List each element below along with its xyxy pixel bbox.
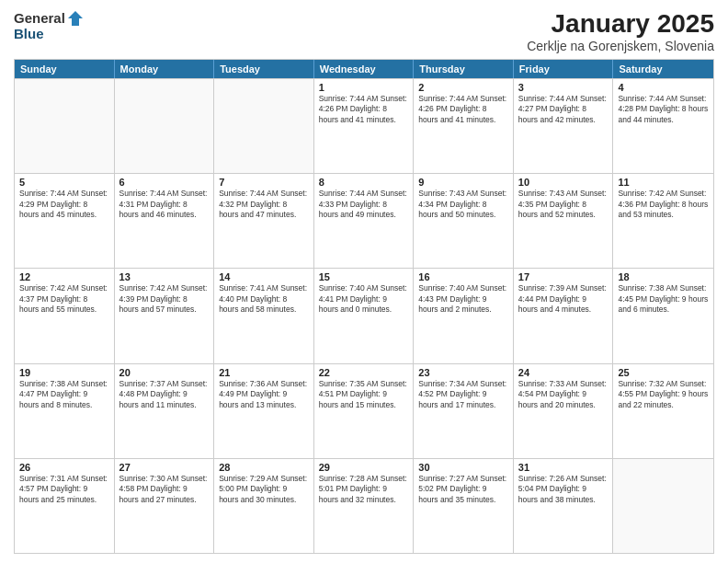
calendar-day-18: 18Sunrise: 7:38 AM Sunset: 4:45 PM Dayli… xyxy=(613,269,713,362)
day-info: Sunrise: 7:29 AM Sunset: 5:00 PM Dayligh… xyxy=(219,474,309,505)
day-number: 4 xyxy=(618,82,709,93)
day-info: Sunrise: 7:32 AM Sunset: 4:55 PM Dayligh… xyxy=(618,379,709,410)
day-number: 28 xyxy=(219,462,309,473)
day-info: Sunrise: 7:41 AM Sunset: 4:40 PM Dayligh… xyxy=(219,283,309,315)
day-info: Sunrise: 7:28 AM Sunset: 5:01 PM Dayligh… xyxy=(319,474,409,505)
day-info: Sunrise: 7:37 AM Sunset: 4:48 PM Dayligh… xyxy=(119,379,210,410)
day-info: Sunrise: 7:44 AM Sunset: 4:26 PM Dayligh… xyxy=(319,94,409,125)
day-info: Sunrise: 7:44 AM Sunset: 4:32 PM Dayligh… xyxy=(219,189,309,220)
day-number: 19 xyxy=(19,367,109,378)
calendar-day-25: 25Sunrise: 7:32 AM Sunset: 4:55 PM Dayli… xyxy=(613,364,713,458)
calendar-day-13: 13Sunrise: 7:42 AM Sunset: 4:39 PM Dayli… xyxy=(115,269,215,362)
header-day-monday: Monday xyxy=(115,60,215,78)
calendar-header: SundayMondayTuesdayWednesdayThursdayFrid… xyxy=(15,60,713,78)
day-number: 22 xyxy=(319,367,409,378)
day-number: 24 xyxy=(518,367,609,378)
calendar-week-5: 26Sunrise: 7:31 AM Sunset: 4:57 PM Dayli… xyxy=(15,458,713,553)
day-number: 18 xyxy=(618,271,709,282)
calendar-day-8: 8Sunrise: 7:44 AM Sunset: 4:33 PM Daylig… xyxy=(314,174,415,268)
day-number: 27 xyxy=(119,462,210,473)
calendar-day-10: 10Sunrise: 7:43 AM Sunset: 4:35 PM Dayli… xyxy=(514,174,614,268)
day-info: Sunrise: 7:40 AM Sunset: 4:43 PM Dayligh… xyxy=(418,283,508,315)
day-info: Sunrise: 7:34 AM Sunset: 4:52 PM Dayligh… xyxy=(418,379,508,410)
calendar-day-22: 22Sunrise: 7:35 AM Sunset: 4:51 PM Dayli… xyxy=(314,364,415,458)
day-number: 15 xyxy=(319,271,409,282)
day-number: 1 xyxy=(319,82,409,93)
day-info: Sunrise: 7:42 AM Sunset: 4:37 PM Dayligh… xyxy=(19,283,109,315)
day-info: Sunrise: 7:33 AM Sunset: 4:54 PM Dayligh… xyxy=(518,379,609,410)
calendar-day-21: 21Sunrise: 7:36 AM Sunset: 4:49 PM Dayli… xyxy=(214,364,314,458)
day-number: 23 xyxy=(418,367,508,378)
calendar: SundayMondayTuesdayWednesdayThursdayFrid… xyxy=(14,59,714,554)
day-number: 11 xyxy=(618,177,709,188)
calendar-day-7: 7Sunrise: 7:44 AM Sunset: 4:32 PM Daylig… xyxy=(214,174,314,268)
calendar-day-20: 20Sunrise: 7:37 AM Sunset: 4:48 PM Dayli… xyxy=(115,364,215,458)
day-number: 12 xyxy=(19,271,109,282)
day-info: Sunrise: 7:39 AM Sunset: 4:44 PM Dayligh… xyxy=(518,283,609,315)
day-number: 21 xyxy=(219,367,309,378)
calendar-day-29: 29Sunrise: 7:28 AM Sunset: 5:01 PM Dayli… xyxy=(314,459,415,553)
calendar-day-14: 14Sunrise: 7:41 AM Sunset: 4:40 PM Dayli… xyxy=(214,269,314,362)
day-info: Sunrise: 7:26 AM Sunset: 5:04 PM Dayligh… xyxy=(518,474,609,505)
day-number: 16 xyxy=(418,271,508,282)
calendar-day-27: 27Sunrise: 7:30 AM Sunset: 4:58 PM Dayli… xyxy=(115,459,215,553)
calendar-day-empty xyxy=(15,79,115,173)
calendar-day-17: 17Sunrise: 7:39 AM Sunset: 4:44 PM Dayli… xyxy=(514,269,614,362)
logo-blue: Blue xyxy=(14,26,44,41)
calendar-day-3: 3Sunrise: 7:44 AM Sunset: 4:27 PM Daylig… xyxy=(514,79,614,173)
calendar-day-24: 24Sunrise: 7:33 AM Sunset: 4:54 PM Dayli… xyxy=(514,364,614,458)
day-number: 9 xyxy=(418,177,508,188)
day-number: 14 xyxy=(219,271,309,282)
day-number: 17 xyxy=(518,271,609,282)
subtitle: Cerklje na Gorenjskem, Slovenia xyxy=(527,39,714,53)
day-info: Sunrise: 7:42 AM Sunset: 4:36 PM Dayligh… xyxy=(618,189,709,220)
header-day-thursday: Thursday xyxy=(414,60,514,78)
svg-marker-0 xyxy=(68,11,83,26)
calendar-week-2: 5Sunrise: 7:44 AM Sunset: 4:29 PM Daylig… xyxy=(15,173,713,268)
calendar-body: 1Sunrise: 7:44 AM Sunset: 4:26 PM Daylig… xyxy=(15,78,713,553)
logo: General Blue xyxy=(14,9,85,42)
day-info: Sunrise: 7:44 AM Sunset: 4:33 PM Dayligh… xyxy=(319,189,409,220)
day-number: 25 xyxy=(618,367,709,378)
header-day-saturday: Saturday xyxy=(613,60,713,78)
day-info: Sunrise: 7:31 AM Sunset: 4:57 PM Dayligh… xyxy=(19,474,109,505)
calendar-day-empty xyxy=(214,79,314,173)
day-info: Sunrise: 7:43 AM Sunset: 4:34 PM Dayligh… xyxy=(418,189,508,220)
calendar-day-1: 1Sunrise: 7:44 AM Sunset: 4:26 PM Daylig… xyxy=(314,79,415,173)
day-number: 20 xyxy=(119,367,210,378)
month-title: January 2025 xyxy=(527,9,714,39)
day-number: 30 xyxy=(418,462,508,473)
calendar-week-1: 1Sunrise: 7:44 AM Sunset: 4:26 PM Daylig… xyxy=(15,78,713,173)
day-info: Sunrise: 7:43 AM Sunset: 4:35 PM Dayligh… xyxy=(518,189,609,220)
calendar-day-4: 4Sunrise: 7:44 AM Sunset: 4:28 PM Daylig… xyxy=(613,79,713,173)
calendar-day-23: 23Sunrise: 7:34 AM Sunset: 4:52 PM Dayli… xyxy=(414,364,514,458)
calendar-day-6: 6Sunrise: 7:44 AM Sunset: 4:31 PM Daylig… xyxy=(115,174,215,268)
calendar-day-26: 26Sunrise: 7:31 AM Sunset: 4:57 PM Dayli… xyxy=(15,459,115,553)
day-info: Sunrise: 7:42 AM Sunset: 4:39 PM Dayligh… xyxy=(119,283,210,315)
day-number: 5 xyxy=(19,177,109,188)
calendar-day-5: 5Sunrise: 7:44 AM Sunset: 4:29 PM Daylig… xyxy=(15,174,115,268)
day-info: Sunrise: 7:44 AM Sunset: 4:28 PM Dayligh… xyxy=(618,94,709,125)
calendar-week-4: 19Sunrise: 7:38 AM Sunset: 4:47 PM Dayli… xyxy=(15,363,713,458)
day-info: Sunrise: 7:36 AM Sunset: 4:49 PM Dayligh… xyxy=(219,379,309,410)
logo-icon xyxy=(66,9,85,28)
day-number: 13 xyxy=(119,271,210,282)
logo-general: General xyxy=(14,10,65,26)
day-number: 10 xyxy=(518,177,609,188)
day-info: Sunrise: 7:40 AM Sunset: 4:41 PM Dayligh… xyxy=(319,283,409,315)
day-info: Sunrise: 7:44 AM Sunset: 4:26 PM Dayligh… xyxy=(418,94,508,125)
day-number: 7 xyxy=(219,177,309,188)
calendar-day-2: 2Sunrise: 7:44 AM Sunset: 4:26 PM Daylig… xyxy=(414,79,514,173)
day-number: 6 xyxy=(119,177,210,188)
calendar-day-12: 12Sunrise: 7:42 AM Sunset: 4:37 PM Dayli… xyxy=(15,269,115,362)
day-info: Sunrise: 7:30 AM Sunset: 4:58 PM Dayligh… xyxy=(119,474,210,505)
day-info: Sunrise: 7:35 AM Sunset: 4:51 PM Dayligh… xyxy=(319,379,409,410)
header-day-wednesday: Wednesday xyxy=(314,60,415,78)
day-info: Sunrise: 7:44 AM Sunset: 4:29 PM Dayligh… xyxy=(19,189,109,220)
title-area: January 2025 Cerklje na Gorenjskem, Slov… xyxy=(527,9,714,53)
day-number: 8 xyxy=(319,177,409,188)
header: General Blue January 2025 Cerklje na Gor… xyxy=(14,9,714,53)
calendar-day-9: 9Sunrise: 7:43 AM Sunset: 4:34 PM Daylig… xyxy=(414,174,514,268)
calendar-day-empty xyxy=(115,79,215,173)
calendar-week-3: 12Sunrise: 7:42 AM Sunset: 4:37 PM Dayli… xyxy=(15,268,713,362)
